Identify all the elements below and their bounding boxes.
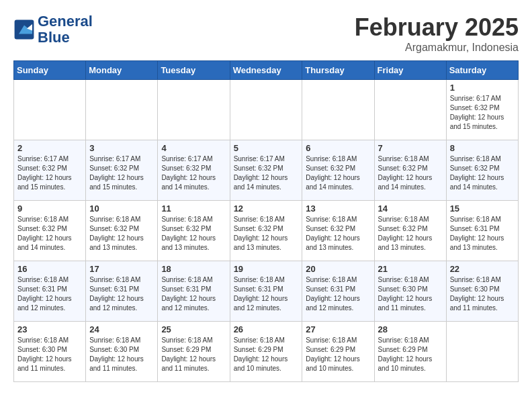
- day-number: 26: [234, 324, 299, 334]
- day-number: 24: [89, 324, 154, 334]
- logo: General Blue: [13, 13, 93, 46]
- day-info: Sunrise: 6:17 AM Sunset: 6:32 PM Dayligh…: [89, 154, 154, 192]
- day-number: 1: [450, 83, 515, 93]
- day-info: Sunrise: 6:18 AM Sunset: 6:30 PM Dayligh…: [378, 275, 443, 313]
- day-number: 12: [234, 203, 299, 214]
- table-row: 7Sunrise: 6:18 AM Sunset: 6:32 PM Daylig…: [374, 140, 446, 201]
- table-row: 15Sunrise: 6:18 AM Sunset: 6:31 PM Dayli…: [446, 201, 518, 261]
- table-row: 21Sunrise: 6:18 AM Sunset: 6:30 PM Dayli…: [374, 261, 446, 322]
- day-number: 25: [161, 324, 226, 334]
- table-row: 22Sunrise: 6:18 AM Sunset: 6:30 PM Dayli…: [446, 261, 518, 322]
- day-info: Sunrise: 6:17 AM Sunset: 6:32 PM Dayligh…: [450, 94, 515, 132]
- day-info: Sunrise: 6:18 AM Sunset: 6:31 PM Dayligh…: [161, 275, 226, 313]
- day-info: Sunrise: 6:17 AM Sunset: 6:32 PM Dayligh…: [17, 154, 82, 192]
- day-number: 18: [161, 264, 226, 274]
- table-row: 28Sunrise: 6:18 AM Sunset: 6:29 PM Dayli…: [374, 322, 446, 382]
- day-info: Sunrise: 6:18 AM Sunset: 6:32 PM Dayligh…: [161, 215, 226, 253]
- table-row: 2Sunrise: 6:17 AM Sunset: 6:32 PM Daylig…: [14, 140, 86, 201]
- day-info: Sunrise: 6:17 AM Sunset: 6:32 PM Dayligh…: [234, 154, 299, 192]
- day-number: 15: [450, 203, 515, 214]
- calendar-table: Sunday Monday Tuesday Wednesday Thursday…: [13, 60, 519, 382]
- table-row: 13Sunrise: 6:18 AM Sunset: 6:32 PM Dayli…: [302, 201, 374, 261]
- table-row: 12Sunrise: 6:18 AM Sunset: 6:32 PM Dayli…: [230, 201, 302, 261]
- logo-text: General Blue: [38, 13, 93, 46]
- col-monday: Monday: [86, 61, 158, 80]
- day-number: 22: [450, 264, 515, 274]
- day-info: Sunrise: 6:18 AM Sunset: 6:30 PM Dayligh…: [17, 336, 82, 373]
- location-subtitle: Argamakmur, Indonesia: [355, 42, 519, 54]
- calendar-week-3: 9Sunrise: 6:18 AM Sunset: 6:32 PM Daylig…: [14, 201, 519, 261]
- day-number: 5: [234, 143, 299, 153]
- day-info: Sunrise: 6:18 AM Sunset: 6:32 PM Dayligh…: [234, 215, 299, 253]
- table-row: 8Sunrise: 6:18 AM Sunset: 6:32 PM Daylig…: [446, 140, 518, 201]
- day-info: Sunrise: 6:18 AM Sunset: 6:30 PM Dayligh…: [450, 275, 515, 313]
- day-info: Sunrise: 6:18 AM Sunset: 6:32 PM Dayligh…: [306, 154, 370, 192]
- day-number: 27: [306, 324, 370, 334]
- day-number: 14: [378, 203, 443, 214]
- day-info: Sunrise: 6:18 AM Sunset: 6:29 PM Dayligh…: [378, 336, 443, 373]
- table-row: 20Sunrise: 6:18 AM Sunset: 6:31 PM Dayli…: [302, 261, 374, 322]
- table-row: 10Sunrise: 6:18 AM Sunset: 6:32 PM Dayli…: [86, 201, 158, 261]
- day-info: Sunrise: 6:18 AM Sunset: 6:29 PM Dayligh…: [306, 336, 370, 373]
- col-sunday: Sunday: [14, 61, 86, 80]
- calendar-week-1: 1Sunrise: 6:17 AM Sunset: 6:32 PM Daylig…: [14, 80, 519, 140]
- day-number: 13: [306, 203, 370, 214]
- calendar-week-5: 23Sunrise: 6:18 AM Sunset: 6:30 PM Dayli…: [14, 322, 519, 382]
- day-info: Sunrise: 6:18 AM Sunset: 6:31 PM Dayligh…: [89, 275, 154, 313]
- day-number: 17: [89, 264, 154, 274]
- table-row: [86, 80, 158, 140]
- table-row: 16Sunrise: 6:18 AM Sunset: 6:31 PM Dayli…: [14, 261, 86, 322]
- day-number: 20: [306, 264, 370, 274]
- day-info: Sunrise: 6:17 AM Sunset: 6:32 PM Dayligh…: [161, 154, 226, 192]
- day-info: Sunrise: 6:18 AM Sunset: 6:31 PM Dayligh…: [450, 215, 515, 253]
- month-year-title: February 2025: [355, 13, 519, 42]
- table-row: 5Sunrise: 6:17 AM Sunset: 6:32 PM Daylig…: [230, 140, 302, 201]
- day-info: Sunrise: 6:18 AM Sunset: 6:29 PM Dayligh…: [234, 336, 299, 373]
- day-info: Sunrise: 6:18 AM Sunset: 6:32 PM Dayligh…: [17, 215, 82, 253]
- day-number: 19: [234, 264, 299, 274]
- day-info: Sunrise: 6:18 AM Sunset: 6:31 PM Dayligh…: [234, 275, 299, 313]
- calendar-header-row: Sunday Monday Tuesday Wednesday Thursday…: [14, 61, 519, 80]
- title-block: February 2025 Argamakmur, Indonesia: [355, 13, 519, 54]
- table-row: 24Sunrise: 6:18 AM Sunset: 6:30 PM Dayli…: [86, 322, 158, 382]
- day-number: 21: [378, 264, 443, 274]
- day-info: Sunrise: 6:18 AM Sunset: 6:32 PM Dayligh…: [378, 154, 443, 192]
- table-row: 26Sunrise: 6:18 AM Sunset: 6:29 PM Dayli…: [230, 322, 302, 382]
- logo-line1: General: [38, 13, 93, 30]
- table-row: 19Sunrise: 6:18 AM Sunset: 6:31 PM Dayli…: [230, 261, 302, 322]
- day-number: 4: [161, 143, 226, 153]
- table-row: 23Sunrise: 6:18 AM Sunset: 6:30 PM Dayli…: [14, 322, 86, 382]
- table-row: 25Sunrise: 6:18 AM Sunset: 6:29 PM Dayli…: [158, 322, 230, 382]
- day-number: 9: [17, 203, 82, 214]
- day-info: Sunrise: 6:18 AM Sunset: 6:30 PM Dayligh…: [89, 336, 154, 373]
- logo-icon: [13, 19, 35, 40]
- day-number: 10: [89, 203, 154, 214]
- table-row: [158, 80, 230, 140]
- day-info: Sunrise: 6:18 AM Sunset: 6:32 PM Dayligh…: [450, 154, 515, 192]
- col-friday: Friday: [374, 61, 446, 80]
- day-info: Sunrise: 6:18 AM Sunset: 6:29 PM Dayligh…: [161, 336, 226, 373]
- logo-line2: Blue: [38, 30, 93, 46]
- table-row: 18Sunrise: 6:18 AM Sunset: 6:31 PM Dayli…: [158, 261, 230, 322]
- col-wednesday: Wednesday: [230, 61, 302, 80]
- table-row: 1Sunrise: 6:17 AM Sunset: 6:32 PM Daylig…: [446, 80, 518, 140]
- table-row: 9Sunrise: 6:18 AM Sunset: 6:32 PM Daylig…: [14, 201, 86, 261]
- day-number: 7: [378, 143, 443, 153]
- table-row: [302, 80, 374, 140]
- day-info: Sunrise: 6:18 AM Sunset: 6:31 PM Dayligh…: [306, 275, 370, 313]
- calendar-week-2: 2Sunrise: 6:17 AM Sunset: 6:32 PM Daylig…: [14, 140, 519, 201]
- day-info: Sunrise: 6:18 AM Sunset: 6:32 PM Dayligh…: [306, 215, 370, 253]
- day-number: 28: [378, 324, 443, 334]
- day-number: 16: [17, 264, 82, 274]
- table-row: 27Sunrise: 6:18 AM Sunset: 6:29 PM Dayli…: [302, 322, 374, 382]
- table-row: [14, 80, 86, 140]
- table-row: [374, 80, 446, 140]
- table-row: 4Sunrise: 6:17 AM Sunset: 6:32 PM Daylig…: [158, 140, 230, 201]
- day-number: 2: [17, 143, 82, 153]
- day-info: Sunrise: 6:18 AM Sunset: 6:32 PM Dayligh…: [378, 215, 443, 253]
- table-row: [230, 80, 302, 140]
- day-info: Sunrise: 6:18 AM Sunset: 6:31 PM Dayligh…: [17, 275, 82, 313]
- table-row: 11Sunrise: 6:18 AM Sunset: 6:32 PM Dayli…: [158, 201, 230, 261]
- table-row: 3Sunrise: 6:17 AM Sunset: 6:32 PM Daylig…: [86, 140, 158, 201]
- table-row: 14Sunrise: 6:18 AM Sunset: 6:32 PM Dayli…: [374, 201, 446, 261]
